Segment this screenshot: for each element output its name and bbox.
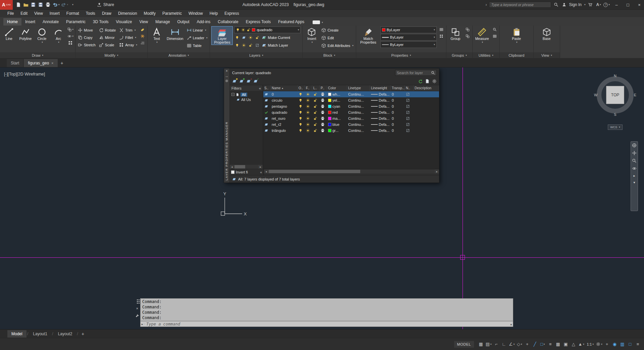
isolate-objects-toggle[interactable]: ◉: [611, 340, 618, 348]
object-snap-toggle[interactable]: □▾: [539, 340, 546, 348]
transparency-icon[interactable]: [438, 33, 444, 39]
lineweight-dropdown[interactable]: ByLayer▾: [380, 34, 437, 41]
invert-filter-checkbox[interactable]: [231, 170, 234, 174]
search-icon[interactable]: [553, 1, 559, 8]
lock-icon[interactable]: [313, 104, 317, 108]
annotation-scale-button[interactable]: 1:1▾: [585, 340, 595, 348]
color-swatch[interactable]: [328, 105, 331, 108]
vp-freeze-icon[interactable]: [406, 116, 410, 120]
layer-table-header[interactable]: S.. Name▲ O.. F.. L.. P.. Color Linetype…: [263, 85, 439, 91]
tab-featured-apps[interactable]: Featured Apps: [274, 18, 308, 26]
match-properties-button[interactable]: Match Properties: [358, 27, 379, 45]
filter-all[interactable]: −All: [230, 92, 263, 97]
plot-icon[interactable]: [321, 110, 325, 114]
layer-search-input[interactable]: [397, 71, 430, 75]
tab-parametric[interactable]: Parametric: [62, 18, 89, 26]
viewcube-east[interactable]: E: [634, 93, 636, 97]
on-icon[interactable]: [299, 110, 303, 114]
scale-tool[interactable]: Scale: [98, 41, 116, 48]
palette-close-icon[interactable]: ×: [226, 69, 228, 73]
help-icon[interactable]: ?▾: [603, 1, 610, 8]
filters-scrollbar[interactable]: ◂▸: [230, 164, 263, 169]
color-swatch[interactable]: [328, 93, 331, 96]
color-swatch[interactable]: [328, 117, 331, 120]
viewcube-west[interactable]: W: [594, 93, 597, 97]
infer-constraints-toggle[interactable]: ⌐: [493, 340, 500, 348]
sign-in-chevron-icon[interactable]: ▾: [584, 3, 586, 6]
model-space-button[interactable]: MODEL: [454, 341, 474, 348]
layer-row-triangulo[interactable]: triângulo gr... Continu... Defa... 0: [263, 128, 439, 134]
drawing-tab[interactable]: figuras_geo×: [24, 59, 57, 67]
open-file-icon[interactable]: [23, 1, 29, 8]
palette-settings-icon[interactable]: [432, 79, 437, 84]
explode-tool-icon[interactable]: [140, 33, 146, 39]
command-history[interactable]: Command: Command: Command: Command:: [140, 298, 513, 321]
tab-annotate[interactable]: Annotate: [39, 18, 62, 26]
menu-insert[interactable]: Insert: [46, 11, 63, 16]
plot-icon[interactable]: [45, 1, 51, 8]
copy-tool[interactable]: Copy: [77, 34, 96, 41]
annotation-autoscale-toggle[interactable]: ▲▾: [578, 340, 585, 348]
tab-view[interactable]: View: [136, 18, 152, 26]
close-button[interactable]: ×: [635, 0, 644, 10]
save-icon[interactable]: [30, 1, 36, 8]
lock-icon[interactable]: [313, 98, 317, 102]
table-tool[interactable]: Table: [186, 42, 208, 49]
annotation-monitor-toggle[interactable]: +: [603, 340, 610, 348]
zoom-icon[interactable]: [632, 158, 637, 163]
redo-icon[interactable]: ▾: [61, 1, 68, 8]
start-tab[interactable]: Start: [7, 59, 23, 67]
match-layer-button[interactable]: Match Layer: [261, 42, 289, 49]
osnap-marker-toggle[interactable]: ╱: [531, 340, 538, 348]
freeze-icon[interactable]: [306, 116, 310, 120]
command-close-icon[interactable]: ×: [136, 306, 138, 310]
layer-search-icon[interactable]: [431, 71, 435, 75]
minimize-button[interactable]: –: [612, 0, 621, 10]
menu-help[interactable]: Help: [206, 11, 221, 16]
freeze-icon[interactable]: [306, 92, 310, 96]
tab-express-tools[interactable]: Express Tools: [242, 18, 274, 26]
user-icon[interactable]: [561, 1, 567, 8]
plot-icon[interactable]: [321, 116, 325, 120]
ellipse-tool-icon[interactable]: ▾: [67, 33, 73, 39]
leader-tool[interactable]: Leader▾: [186, 34, 208, 41]
layer-row-quadrado[interactable]: quadrado red Continu... Defa... 0: [263, 109, 439, 115]
layer-dropdown[interactable]: quadrado ▾: [234, 27, 301, 33]
clipboard-panel-label[interactable]: Clipboard: [500, 52, 533, 58]
annotation-visibility-toggle[interactable]: △: [570, 340, 577, 348]
palette-autohide-icon[interactable]: ↔: [225, 74, 228, 78]
set-current-layer-icon[interactable]: ✓: [253, 79, 258, 84]
save-as-icon[interactable]: [38, 1, 44, 8]
tab-manage[interactable]: Manage: [152, 18, 173, 26]
command-customize-icon[interactable]: [135, 314, 139, 318]
isodraft-toggle[interactable]: ◇▾: [516, 340, 523, 348]
object-color-dropdown[interactable]: ByLayer▾: [380, 27, 437, 33]
freeze-icon[interactable]: [306, 98, 310, 102]
on-icon[interactable]: [299, 122, 303, 127]
orbit-icon[interactable]: [632, 166, 637, 171]
filter-all-used[interactable]: All Us: [230, 97, 263, 102]
lock-icon[interactable]: [313, 116, 317, 120]
ribbon-display-toggle[interactable]: ▾: [313, 20, 323, 26]
on-icon[interactable]: [299, 92, 303, 96]
tab-output[interactable]: Output: [174, 18, 193, 26]
groups-panel-label[interactable]: Groups▾: [446, 52, 472, 58]
rectangle-tool-icon[interactable]: ▾: [67, 27, 73, 33]
app-store-cart-icon[interactable]: [587, 1, 593, 8]
freeze-icon[interactable]: [306, 129, 310, 133]
edit-attributes-button[interactable]: Edit Attributes▾: [321, 42, 354, 49]
qat-customize-icon[interactable]: ▾: [69, 1, 75, 8]
group-button[interactable]: Group: [448, 27, 463, 41]
trim-tool[interactable]: Trim▾: [118, 27, 138, 34]
layer-properties-button[interactable]: Layer Properties: [212, 27, 232, 45]
menu-tools[interactable]: Tools: [83, 11, 99, 16]
group-edit-icon[interactable]: [465, 33, 471, 39]
fillet-tool[interactable]: Fillet▾: [118, 34, 138, 41]
layout2-tab[interactable]: Layout2: [54, 330, 76, 338]
lock-icon[interactable]: [313, 129, 317, 133]
new-file-icon[interactable]: [15, 1, 21, 8]
drag-handle-icon[interactable]: [137, 299, 138, 300]
layer-table-scrollbar[interactable]: ◂▸: [264, 169, 439, 173]
properties-panel-label[interactable]: Properties▾: [356, 52, 446, 58]
menu-parametric[interactable]: Parametric: [159, 11, 185, 16]
